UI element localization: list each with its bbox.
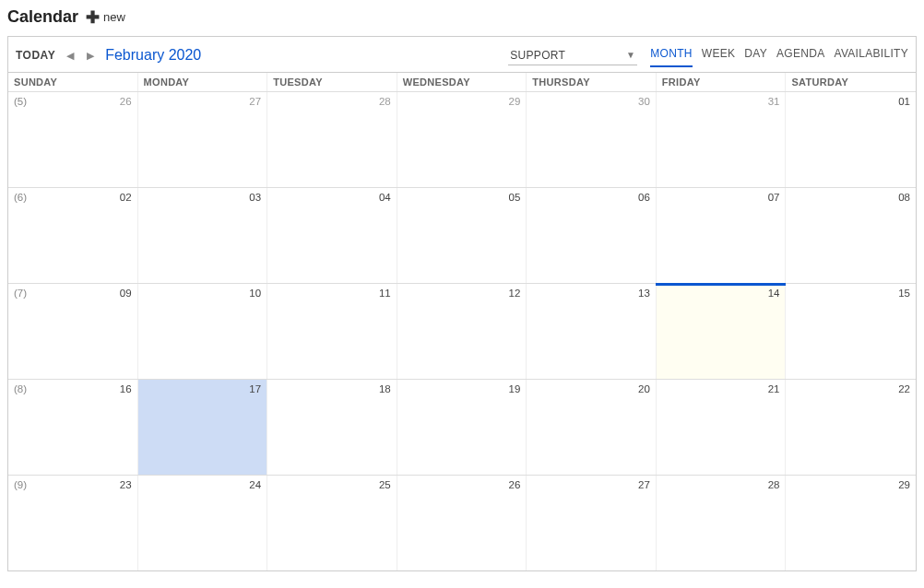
day-header: WEDNESDAY <box>397 73 527 91</box>
calendar-day-cell[interactable]: 01 <box>786 92 916 187</box>
calendar-day-cell[interactable]: 12 <box>397 284 527 379</box>
day-number: 06 <box>638 192 650 203</box>
calendar-day-cell[interactable]: 10 <box>138 284 268 379</box>
day-number: 29 <box>898 479 910 490</box>
calendar: TODAY ◀ ▶ February 2020 SUPPORT ▼ MONTH … <box>7 36 917 571</box>
day-number: 29 <box>508 96 520 107</box>
day-header: FRIDAY <box>657 73 787 91</box>
plus-icon: ✚ <box>86 9 100 26</box>
calendar-day-cell[interactable]: 21 <box>657 380 787 475</box>
calendar-grid: (5)26272829303101(6)02030405060708(7)091… <box>8 91 916 570</box>
new-button[interactable]: ✚ new <box>86 9 125 26</box>
calendar-day-cell[interactable]: 26 <box>397 476 527 570</box>
week-number: (5) <box>14 96 27 107</box>
day-number: 01 <box>898 96 910 107</box>
day-number: 11 <box>379 288 391 299</box>
day-number: 27 <box>249 96 261 107</box>
month-label: February 2020 <box>105 47 201 64</box>
calendar-week-row: (6)02030405060708 <box>8 187 916 283</box>
calendar-day-cell[interactable]: (6)02 <box>8 188 138 283</box>
day-number: 07 <box>768 192 780 203</box>
view-agenda[interactable]: AGENDA <box>776 43 824 67</box>
new-button-label: new <box>103 10 125 24</box>
day-number: 28 <box>768 479 780 490</box>
calendar-day-cell[interactable]: (7)09 <box>8 284 138 379</box>
day-header: SATURDAY <box>786 73 916 91</box>
today-button[interactable]: TODAY <box>16 49 55 62</box>
calendar-day-cell[interactable]: 03 <box>138 188 268 283</box>
calendar-day-cell[interactable]: (8)16 <box>8 380 138 475</box>
calendar-select[interactable]: SUPPORT ▼ <box>508 46 637 65</box>
page-title: Calendar <box>7 7 78 27</box>
day-header: THURSDAY <box>527 73 657 91</box>
calendar-day-cell[interactable]: 19 <box>397 380 527 475</box>
next-month-button[interactable]: ▶ <box>85 50 96 62</box>
day-number: 27 <box>638 479 650 490</box>
calendar-day-cell[interactable]: 27 <box>138 92 268 187</box>
calendar-week-row: (8)16171819202122 <box>8 379 916 475</box>
week-number: (7) <box>14 288 27 299</box>
view-day[interactable]: DAY <box>744 43 767 67</box>
calendar-day-cell[interactable]: 17 <box>138 380 268 475</box>
day-header: TUESDAY <box>267 73 397 91</box>
day-number: 22 <box>898 383 910 394</box>
calendar-day-cell[interactable]: 24 <box>138 476 268 570</box>
day-number: 26 <box>120 96 132 107</box>
day-number: 18 <box>379 383 391 394</box>
week-number: (6) <box>14 192 27 203</box>
day-number: 10 <box>249 288 261 299</box>
calendar-day-cell[interactable]: 28 <box>657 476 787 570</box>
calendar-day-cell[interactable]: 29 <box>397 92 527 187</box>
calendar-day-cell[interactable]: (9)23 <box>8 476 138 570</box>
calendar-day-cell[interactable]: 08 <box>786 188 916 283</box>
calendar-week-row: (9)23242526272829 <box>8 475 916 570</box>
calendar-day-cell[interactable]: 22 <box>786 380 916 475</box>
day-number: 24 <box>249 479 261 490</box>
day-number: 20 <box>638 383 650 394</box>
calendar-day-cell[interactable]: 31 <box>657 92 787 187</box>
calendar-day-cell[interactable]: 05 <box>397 188 527 283</box>
day-number: 17 <box>249 383 261 394</box>
day-number: 02 <box>120 192 132 203</box>
calendar-day-cell[interactable]: 29 <box>786 476 916 570</box>
calendar-day-cell[interactable]: 14 <box>657 284 787 379</box>
calendar-day-cell[interactable]: 25 <box>267 476 397 570</box>
calendar-day-cell[interactable]: 13 <box>527 284 657 379</box>
calendar-week-row: (5)26272829303101 <box>8 91 916 187</box>
day-number: 19 <box>508 383 520 394</box>
week-number: (9) <box>14 479 27 490</box>
day-number: 12 <box>508 288 520 299</box>
day-number: 16 <box>120 383 132 394</box>
prev-month-button[interactable]: ◀ <box>65 50 76 62</box>
calendar-select-value: SUPPORT <box>510 49 565 62</box>
day-number: 09 <box>120 288 132 299</box>
day-number: 30 <box>638 96 650 107</box>
day-number: 13 <box>638 288 650 299</box>
calendar-toolbar: TODAY ◀ ▶ February 2020 SUPPORT ▼ MONTH … <box>8 37 916 72</box>
calendar-day-cell[interactable]: 18 <box>267 380 397 475</box>
day-number: 03 <box>249 192 261 203</box>
view-availability[interactable]: AVAILABILITY <box>834 43 908 67</box>
day-number: 04 <box>379 192 391 203</box>
calendar-day-cell[interactable]: 11 <box>267 284 397 379</box>
day-header-row: SUNDAY MONDAY TUESDAY WEDNESDAY THURSDAY… <box>8 72 916 91</box>
day-number: 28 <box>379 96 391 107</box>
calendar-day-cell[interactable]: 06 <box>527 188 657 283</box>
day-number: 21 <box>768 383 780 394</box>
calendar-day-cell[interactable]: (5)26 <box>8 92 138 187</box>
day-number: 25 <box>379 479 391 490</box>
week-number: (8) <box>14 383 27 394</box>
calendar-day-cell[interactable]: 30 <box>527 92 657 187</box>
day-number: 05 <box>508 192 520 203</box>
calendar-day-cell[interactable]: 28 <box>267 92 397 187</box>
view-month[interactable]: MONTH <box>650 43 693 67</box>
calendar-day-cell[interactable]: 04 <box>267 188 397 283</box>
day-number: 31 <box>768 96 780 107</box>
day-number: 26 <box>508 479 520 490</box>
calendar-day-cell[interactable]: 07 <box>657 188 787 283</box>
calendar-day-cell[interactable]: 27 <box>527 476 657 570</box>
view-week[interactable]: WEEK <box>702 43 736 67</box>
calendar-day-cell[interactable]: 20 <box>527 380 657 475</box>
calendar-day-cell[interactable]: 15 <box>786 284 916 379</box>
calendar-week-row: (7)09101112131415 <box>8 283 916 379</box>
